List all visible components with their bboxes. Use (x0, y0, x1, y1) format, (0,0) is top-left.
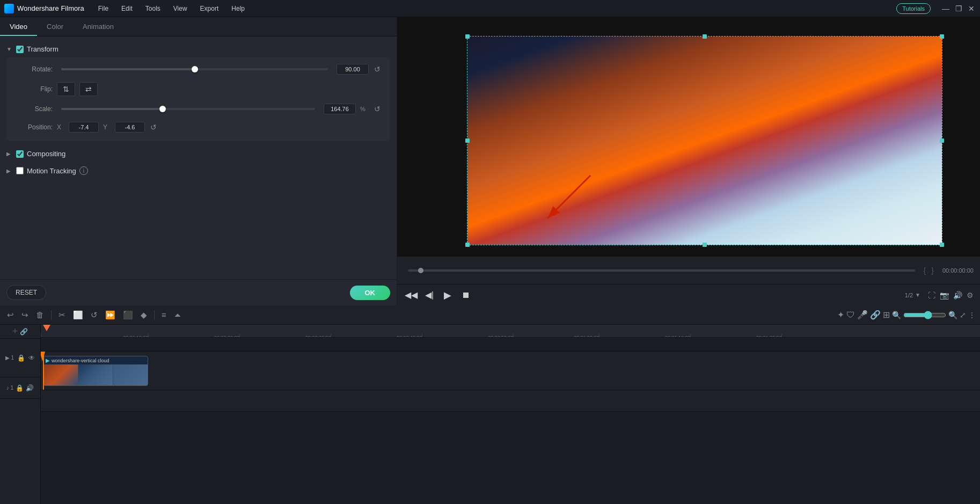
more-tools-icon[interactable]: ⋮ (968, 311, 976, 319)
zoom-out-icon[interactable]: 🔍 (892, 311, 901, 319)
rotate-value-input[interactable]: 90.00 (337, 64, 369, 75)
transform-checkbox[interactable] (16, 46, 24, 53)
ok-button[interactable]: OK (350, 286, 391, 300)
cut-button[interactable]: ✂ (56, 308, 68, 322)
video-track-eye-icon[interactable]: 👁 (28, 354, 35, 362)
step-frame-back-button[interactable]: ◀| (422, 288, 437, 303)
menu-file[interactable]: File (93, 3, 114, 14)
position-row: Position: X -7.4 Y -4.6 ↺ (15, 122, 382, 133)
compositing-checkbox[interactable] (16, 150, 24, 158)
right-panel: { } 00:00:00:00 ◀◀ ◀| ▶ ⏹ 1/2 ▼ ⛶ 📷 🔊 ⚙ (397, 17, 980, 305)
rotate-tool-button[interactable]: ↺ (88, 308, 100, 322)
video-clip[interactable]: ▶ wondershare-vertical cloud (43, 356, 148, 386)
timeline-scrubber[interactable] (408, 269, 915, 272)
screenshot-icon[interactable]: 📷 (940, 291, 949, 300)
delete-button[interactable]: 🗑 (33, 308, 47, 322)
link-tracks-button[interactable]: 🔗 (20, 328, 28, 335)
split-button[interactable]: ⬛ (120, 308, 136, 322)
stop-button[interactable]: ⏹ (458, 288, 473, 303)
track-connect-icon[interactable]: 🔗 (870, 310, 881, 320)
fit-to-window-icon[interactable]: ⤢ (960, 311, 966, 319)
compositing-section-title: Compositing (27, 150, 65, 158)
ruler-tick-7: 00:01:10:00 (690, 334, 691, 337)
handle-top-middle[interactable] (703, 34, 707, 39)
clip-thumb-2 (78, 364, 113, 386)
audio-track-speaker-icon[interactable]: 🔊 (26, 384, 34, 392)
play-button[interactable]: ▶ (440, 288, 455, 303)
audio-track-lock-icon[interactable]: 🔒 (16, 384, 24, 392)
handle-middle-left[interactable] (465, 138, 470, 143)
track-shield-icon[interactable]: 🛡 (846, 310, 855, 320)
fraction-dropdown-button[interactable]: ▼ (915, 292, 920, 298)
tab-animation[interactable]: Animation (73, 18, 123, 36)
motion-tracking-section-header[interactable]: ▶ Motion Tracking i (0, 162, 397, 179)
track-motion-icon[interactable]: ✦ (837, 310, 844, 320)
bracket-left-icon[interactable]: { (924, 266, 926, 275)
menu-view[interactable]: View (168, 3, 193, 14)
ruler-tick-8: 00:01:20:00 (781, 334, 782, 337)
fullscreen-icon[interactable]: ⛶ (928, 291, 935, 300)
crop-button[interactable]: ⬜ (70, 308, 86, 322)
redo-button[interactable]: ↪ (19, 308, 31, 322)
settings-icon[interactable]: ⚙ (967, 291, 974, 300)
handle-bottom-left[interactable] (465, 243, 470, 247)
maximize-button[interactable]: ❐ (954, 4, 963, 13)
position-reset-button[interactable]: ↺ (149, 122, 158, 133)
step-back-button[interactable]: ◀◀ (404, 288, 419, 303)
zoom-in-icon[interactable]: 🔍 (948, 311, 957, 319)
handle-bottom-middle[interactable] (703, 243, 707, 247)
transform-section-header[interactable]: ▼ Transform (0, 41, 397, 57)
menu-bar: File Edit Tools View Export Help (93, 3, 250, 14)
position-y-input[interactable]: -4.6 (115, 122, 145, 133)
ruler-tick-6: 00:01:00:00 (599, 334, 599, 337)
speed-button[interactable]: ⏩ (103, 308, 118, 322)
add-track-button[interactable]: + (12, 326, 18, 337)
reset-all-button[interactable]: RESET (6, 285, 46, 300)
motion-tracking-checkbox[interactable] (16, 167, 24, 174)
timeline-toolbar: ↩ ↪ 🗑 ✂ ⬜ ↺ ⏩ ⬛ ◆ ≡ ⏶ ✦ 🛡 🎤 🔗 ⊞ 🔍 🔍 ⤢ ⋮ (0, 305, 980, 325)
handle-bottom-right[interactable] (940, 243, 944, 247)
undo-button[interactable]: ↩ (4, 308, 17, 322)
tab-color[interactable]: Color (37, 18, 73, 36)
compositing-section-header[interactable]: ▶ Compositing (0, 145, 397, 162)
tutorials-button[interactable]: Tutorials (896, 3, 931, 14)
clip-thumb-3 (113, 364, 148, 386)
keyframe-button[interactable]: ◆ (138, 308, 150, 322)
minimize-button[interactable]: — (941, 4, 950, 13)
ruler-tick-5: 00:00:50:00 (513, 334, 514, 337)
menu-export[interactable]: Export (195, 3, 224, 14)
preview-area (397, 17, 980, 256)
left-panel: Video Color Animation ▼ Transform Rotate… (0, 17, 397, 305)
close-button[interactable]: ✕ (967, 4, 976, 13)
tracks-top-space (41, 338, 980, 352)
video-frame[interactable] (467, 36, 942, 245)
video-track-lock-icon[interactable]: 🔒 (17, 354, 25, 362)
menu-help[interactable]: Help (226, 3, 250, 14)
align-button[interactable]: ≡ (159, 308, 169, 322)
audio-balance-button[interactable]: ⏶ (171, 308, 185, 322)
track-grid-icon[interactable]: ⊞ (883, 310, 890, 320)
motion-tracking-info-icon[interactable]: i (79, 166, 88, 175)
menu-tools[interactable]: Tools (140, 3, 166, 14)
zoom-slider[interactable] (903, 311, 946, 319)
position-x-input[interactable]: -7.4 (69, 122, 99, 133)
rotate-slider[interactable] (61, 68, 328, 70)
handle-top-right[interactable] (940, 34, 944, 39)
tab-video[interactable]: Video (0, 18, 37, 36)
track-mic-icon[interactable]: 🎤 (857, 310, 868, 320)
handle-middle-right[interactable] (940, 138, 944, 143)
clip-thumb-1 (43, 364, 78, 386)
playhead-marker (43, 325, 50, 331)
scale-reset-button[interactable]: ↺ (373, 104, 382, 114)
menu-edit[interactable]: Edit (116, 3, 138, 14)
audio-icon[interactable]: 🔊 (953, 291, 962, 300)
scale-slider[interactable] (61, 108, 315, 110)
handle-top-left[interactable] (465, 34, 470, 39)
flip-horizontal-button[interactable]: ⇅ (57, 82, 75, 96)
rotate-reset-button[interactable]: ↺ (373, 64, 382, 75)
scale-value-input[interactable]: 164.76 (324, 104, 356, 114)
bracket-right-icon[interactable]: } (931, 266, 934, 275)
flip-vertical-button[interactable]: ⇄ (79, 82, 98, 96)
playback-icons-right: ⛶ 📷 🔊 ⚙ (928, 291, 974, 300)
window-controls: — ❐ ✕ (941, 4, 976, 13)
